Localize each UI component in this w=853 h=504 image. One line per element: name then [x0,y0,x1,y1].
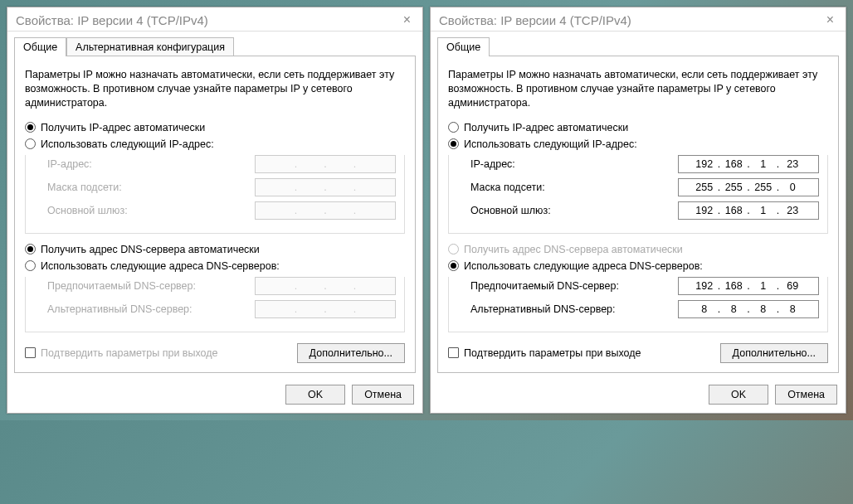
label-mask: Маска подсети: [34,182,122,193]
ip-group: IP-адрес: ... Маска подсети: ... Основно… [25,155,405,234]
input-mask: ... [255,178,396,196]
intro-text: Параметры IP можно назначать автоматичес… [25,68,405,110]
label-ip: IP-адрес: [34,158,92,170]
advanced-button[interactable]: Дополнительно... [720,343,828,363]
cancel-button[interactable]: Отмена [775,385,837,405]
label-dns1: Предпочитаемый DNS-сервер: [457,280,619,292]
tab-content: Параметры IP можно назначать автоматичес… [437,56,839,373]
titlebar: Свойства: IP версии 4 (TCP/IPv4) × [431,7,846,32]
checkbox-validate[interactable]: Подтвердить параметры при выходе [25,347,218,359]
checkbox-label: Подтвердить параметры при выходе [464,347,641,359]
radio-label: Получить адрес DNS-сервера автоматически [464,244,683,255]
radio-icon[interactable] [25,244,36,254]
radio-icon[interactable] [25,260,36,271]
radio-label: Получить IP-адрес автоматически [464,122,628,133]
radio-ip-auto[interactable]: Получить IP-адрес автоматически [448,122,828,133]
cancel-button[interactable]: Отмена [352,385,414,405]
label-dns2: Альтернативный DNS-сервер: [34,303,193,315]
dialog-ipv4-right: Свойства: IP версии 4 (TCP/IPv4) × Общие… [430,7,846,414]
window-title: Свойства: IP версии 4 (TCP/IPv4) [16,13,208,27]
label-dns1: Предпочитаемый DNS-сервер: [34,280,196,292]
input-dns2: ... [255,300,396,318]
input-gateway: ... [255,201,396,220]
dns-group: Предпочитаемый DNS-сервер: ... Альтернат… [25,277,405,332]
input-ip: ... [255,155,396,173]
radio-label: Использовать следующий IP-адрес: [41,138,214,150]
label-gateway: Основной шлюз: [34,205,128,216]
radio-label: Использовать следующие адреса DNS-сервер… [41,260,280,272]
dialog-ipv4-left: Свойства: IP версии 4 (TCP/IPv4) × Общие… [7,7,423,414]
radio-dns-manual[interactable]: Использовать следующие адреса DNS-сервер… [448,260,828,272]
label-ip: IP-адрес: [457,158,515,170]
checkbox-icon[interactable] [25,347,36,358]
radio-label: Получить IP-адрес автоматически [41,122,205,133]
radio-ip-auto[interactable]: Получить IP-адрес автоматически [25,122,405,133]
radio-label: Использовать следующий IP-адрес: [464,138,637,150]
dialog-buttons: OK Отмена [7,380,422,413]
tab-content: Параметры IP можно назначать автоматичес… [14,56,416,373]
checkbox-icon[interactable] [448,347,459,358]
close-icon[interactable]: × [400,12,414,27]
input-ip[interactable]: 192.168.1.23 [678,155,819,173]
close-icon[interactable]: × [823,12,837,27]
radio-ip-manual[interactable]: Использовать следующий IP-адрес: [25,138,405,150]
input-dns1: ... [255,277,396,295]
checkbox-validate[interactable]: Подтвердить параметры при выходе [448,347,641,359]
radio-label: Получить адрес DNS-сервера автоматически [41,244,260,255]
tab-general[interactable]: Общие [14,37,66,56]
titlebar: Свойства: IP версии 4 (TCP/IPv4) × [7,7,422,32]
ip-group: IP-адрес: 192.168.1.23 Маска подсети: 25… [448,155,828,234]
radio-dns-auto: Получить адрес DNS-сервера автоматически [448,244,828,255]
checkbox-label: Подтвердить параметры при выходе [41,347,218,359]
input-dns2[interactable]: 8.8.8.8 [678,300,819,318]
tab-general[interactable]: Общие [437,37,490,56]
label-mask: Маска подсети: [457,182,545,193]
tabbar: Общие Альтернативная конфигурация [7,32,422,56]
radio-icon [448,244,459,254]
radio-dns-auto[interactable]: Получить адрес DNS-сервера автоматически [25,244,405,255]
tab-alt-config[interactable]: Альтернативная конфигурация [66,37,234,56]
input-dns1[interactable]: 192.168.1.69 [678,277,819,295]
window-title: Свойства: IP версии 4 (TCP/IPv4) [439,13,631,27]
dialog-buttons: OK Отмена [431,380,846,413]
radio-label: Использовать следующие адреса DNS-сервер… [464,260,703,272]
dns-group: Предпочитаемый DNS-сервер: 192.168.1.69 … [448,277,828,332]
input-gateway[interactable]: 192.168.1.23 [678,201,819,220]
radio-icon[interactable] [25,122,36,133]
ok-button[interactable]: OK [709,385,768,405]
label-gateway: Основной шлюз: [457,205,551,216]
radio-dns-manual[interactable]: Использовать следующие адреса DNS-сервер… [25,260,405,272]
label-dns2: Альтернативный DNS-сервер: [457,303,616,315]
ok-button[interactable]: OK [285,385,345,405]
input-mask[interactable]: 255.255.255.0 [678,178,819,196]
tabbar: Общие [431,32,846,56]
intro-text: Параметры IP можно назначать автоматичес… [448,68,828,110]
radio-icon[interactable] [448,122,459,133]
radio-ip-manual[interactable]: Использовать следующий IP-адрес: [448,138,828,150]
radio-icon[interactable] [448,138,459,149]
advanced-button[interactable]: Дополнительно... [297,343,405,363]
radio-icon[interactable] [25,138,36,149]
radio-icon[interactable] [448,260,459,271]
